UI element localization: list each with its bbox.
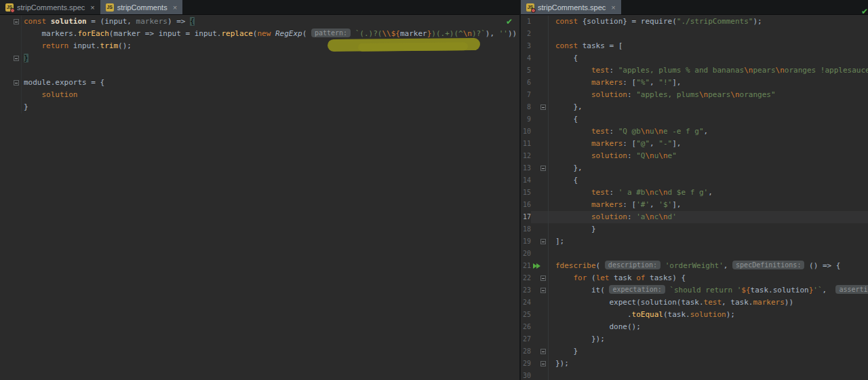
close-tab-icon[interactable]: ×	[173, 3, 177, 12]
fold-marker-icon[interactable]	[540, 104, 546, 110]
code-text: test: "Q @b\nu\ne -e f g",	[549, 126, 868, 138]
line-number: 28	[521, 345, 531, 358]
code-line-30[interactable]: 30	[521, 370, 868, 380]
editor-pane-left: JSstripComments.spec×JSstripComments× co…	[0, 0, 519, 380]
code-line-9[interactable]: 9 {	[521, 113, 868, 126]
fold-marker-icon[interactable]	[540, 239, 546, 244]
code-line-5[interactable]	[0, 64, 519, 77]
code-line-15[interactable]: 15 test: ' a #b\nc\nd $e f g',	[521, 187, 868, 199]
gutter-cell	[531, 211, 549, 223]
code-text: },	[549, 101, 868, 113]
fold-marker-icon[interactable]	[540, 349, 546, 354]
code-line-4[interactable]: 4 {	[521, 52, 868, 64]
close-tab-icon[interactable]: ×	[90, 3, 94, 12]
code-line-1[interactable]: 1const {solution} = require("./stripComm…	[521, 16, 868, 28]
js-file-icon: JS	[106, 3, 114, 12]
tab-stripComments.spec[interactable]: JSstripComments.spec×	[521, 0, 621, 14]
parameter-hint: expectation:	[609, 285, 665, 294]
gutter-cell	[531, 40, 549, 52]
code-line-17[interactable]: 17 solution: 'a\nc\nd'	[521, 211, 868, 223]
gutter-cell	[531, 138, 549, 150]
code-line-20[interactable]: 20	[521, 248, 868, 260]
code-line-3[interactable]: 3const tasks = [	[521, 40, 868, 52]
gutter-cell	[0, 101, 22, 113]
code-line-25[interactable]: 25 .toEqual(task.solution);	[521, 309, 868, 321]
code-line-22[interactable]: 22 for (let task of tasks) {	[521, 272, 868, 284]
left-editor[interactable]: const solution = (input, markers) => { m…	[0, 16, 519, 380]
tab-stripComments.spec[interactable]: JSstripComments.spec×	[0, 0, 100, 14]
code-line-2[interactable]: markers.forEach(marker => input = input.…	[0, 28, 519, 40]
run-test-icon[interactable]	[533, 263, 540, 269]
code-line-7[interactable]: solution	[0, 89, 519, 101]
fold-marker-icon[interactable]	[540, 166, 546, 171]
code-line-8[interactable]: }	[0, 101, 519, 113]
code-line-4[interactable]: }	[0, 52, 519, 64]
code-line-12[interactable]: 12 solution: "Q\nu\ne"	[521, 150, 868, 162]
line-number: 20	[521, 248, 531, 260]
parameter-hint: pattern:	[311, 28, 351, 37]
code-line-5[interactable]: 5 test: "apples, plums % and bananas\npe…	[521, 64, 868, 77]
file-icon-badge: JS	[106, 5, 113, 10]
code-line-13[interactable]: 13 },	[521, 162, 868, 174]
code-text: }	[549, 223, 868, 235]
fold-marker-icon[interactable]	[540, 276, 546, 281]
code-line-10[interactable]: 10 test: "Q @b\nu\ne -e f g",	[521, 126, 868, 138]
code-line-7[interactable]: 7 solution: "apples, plums\npears\norang…	[521, 89, 868, 101]
code-text: .toEqual(task.solution);	[549, 309, 868, 321]
line-number: 14	[521, 174, 531, 187]
tab-stripComments[interactable]: JSstripComments×	[100, 0, 182, 14]
line-number: 30	[521, 370, 531, 380]
code-line-2[interactable]: 2	[521, 28, 868, 40]
inspections-ok-icon[interactable]: ✔	[861, 7, 868, 16]
code-line-11[interactable]: 11 markers: ["@", "-"],	[521, 138, 868, 150]
left-tab-strip: JSstripComments.spec×JSstripComments×	[0, 0, 519, 15]
line-number: 6	[521, 77, 531, 89]
code-line-28[interactable]: 28 }	[521, 345, 868, 358]
gutter-cell	[0, 28, 22, 40]
code-line-6[interactable]: module.exports = {	[0, 77, 519, 89]
code-line-23[interactable]: 23 it( expectation: `should return '${ta…	[521, 284, 868, 297]
code-line-26[interactable]: 26 done();	[521, 321, 868, 333]
line-number: 8	[521, 101, 531, 113]
right-editor[interactable]: 1const {solution} = require("./stripComm…	[521, 16, 868, 380]
gutter-cell	[531, 321, 549, 333]
code-text: {	[549, 52, 868, 64]
code-line-19[interactable]: 19];	[521, 235, 868, 248]
code-line-18[interactable]: 18 }	[521, 223, 868, 235]
code-text: markers: ['#', '$'],	[549, 199, 868, 211]
fold-marker-icon[interactable]	[14, 19, 19, 24]
pane-divider[interactable]	[519, 0, 521, 380]
file-icon-badge: JS	[528, 5, 534, 10]
gutter-cell	[531, 284, 549, 297]
code-line-27[interactable]: 27 });	[521, 333, 868, 345]
fold-marker-icon[interactable]	[540, 288, 546, 293]
code-text: });	[549, 333, 868, 345]
line-number: 3	[521, 40, 531, 52]
fold-marker-icon[interactable]	[14, 56, 19, 61]
code-text: }	[22, 52, 519, 64]
line-number: 25	[521, 309, 531, 321]
inspections-ok-icon[interactable]: ✔	[506, 17, 513, 26]
code-line-3[interactable]: return input.trim();	[0, 40, 519, 52]
right-tab-strip: JSstripComments.spec×	[521, 0, 868, 15]
code-line-14[interactable]: 14 {	[521, 174, 868, 187]
code-text: solution: "apples, plums\npears\noranges…	[549, 89, 868, 101]
spec-file-icon: JS	[526, 3, 534, 12]
code-line-1[interactable]: const solution = (input, markers) => {	[0, 16, 519, 28]
fold-marker-icon[interactable]	[14, 80, 19, 86]
code-line-16[interactable]: 16 markers: ['#', '$'],	[521, 199, 868, 211]
tab-label: stripComments	[117, 3, 167, 12]
line-number: 22	[521, 272, 531, 284]
code-line-24[interactable]: 24 expect(solution(task.test, task.marke…	[521, 297, 868, 309]
gutter-cell	[531, 162, 549, 174]
code-line-8[interactable]: 8 },	[521, 101, 868, 113]
fold-marker-icon[interactable]	[540, 361, 546, 366]
code-line-29[interactable]: 29});	[521, 358, 868, 370]
code-text	[549, 370, 868, 380]
code-line-6[interactable]: 6 markers: ["%", "!"],	[521, 77, 868, 89]
close-tab-icon[interactable]: ×	[611, 3, 615, 12]
spec-file-icon: JS	[5, 3, 14, 12]
code-text: solution	[22, 89, 519, 101]
code-line-21[interactable]: 21fdescribe( description: 'orderWeight',…	[521, 260, 868, 272]
gutter-cell	[531, 64, 549, 77]
